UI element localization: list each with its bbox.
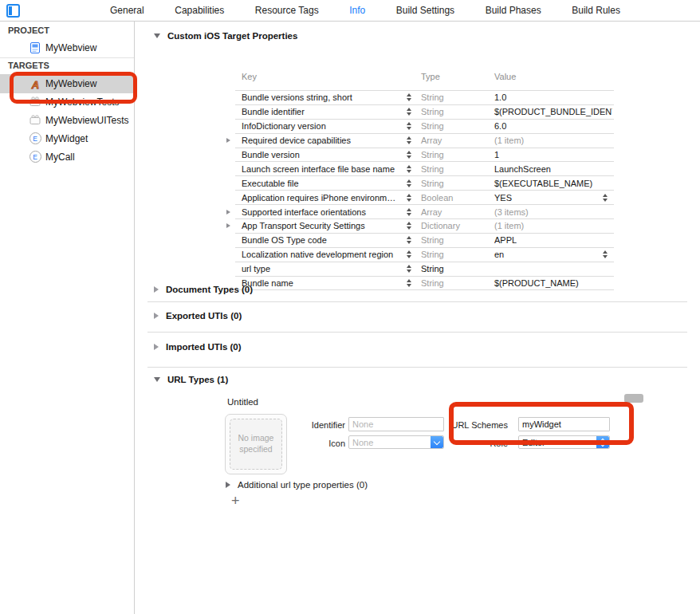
table-row[interactable]: Bundle versionString1	[235, 148, 614, 163]
table-row[interactable]: Required device capabilitiesArray(1 item…	[235, 134, 614, 148]
value-stepper[interactable]	[407, 194, 411, 202]
table-row[interactable]: Application requires iPhone environm…Boo…	[235, 191, 614, 205]
section-document-types[interactable]: Document Types (0)	[154, 285, 253, 294]
table-row[interactable]: Bundle identifierString$(PRODUCT_BUNDLE_…	[235, 105, 614, 120]
additional-label: Additional url type properties (0)	[238, 480, 368, 490]
tab-build-settings[interactable]: Build Settings	[396, 5, 454, 16]
sidebar-item-label: MyWebviewUITests	[45, 115, 128, 126]
xcode-project-editor: { "colors": { "accent_blue": "#157efb", …	[0, 0, 700, 614]
sidebar-item-label: MyWebview	[45, 42, 96, 53]
value-stepper[interactable]	[407, 236, 411, 244]
svg-text:A: A	[30, 78, 38, 90]
disclosure-right-icon	[154, 286, 159, 293]
key-cell: url type	[242, 264, 405, 274]
info-editor-pane: Custom iOS Target Properties Key Type Va…	[135, 22, 700, 614]
table-row[interactable]: Localization native development regionSt…	[235, 248, 614, 262]
sidebar-item-target-mywebview[interactable]: A MyWebview	[0, 74, 134, 93]
add-url-type-button[interactable]: +	[231, 494, 240, 508]
value-cell: en	[494, 250, 612, 259]
project-file-icon	[29, 41, 41, 54]
table-row[interactable]: url typeString	[235, 262, 614, 277]
value-stepper[interactable]	[407, 265, 411, 273]
sidebar-divider	[0, 57, 134, 58]
tab-general[interactable]: General	[110, 5, 144, 16]
tab-bar: GeneralCapabilitiesResource TagsInfoBuil…	[110, 0, 620, 21]
section-divider	[147, 301, 687, 302]
tab-build-phases[interactable]: Build Phases	[486, 5, 541, 16]
identifier-label: Identifier	[278, 420, 345, 430]
tab-info[interactable]: Info	[349, 5, 365, 16]
sidebar-item-label: MyWebviewTests	[45, 96, 119, 108]
sidebar-item-target-mycall[interactable]: E MyCall	[0, 148, 134, 166]
disclosure-right-icon[interactable]	[226, 223, 230, 228]
chevron-up-down-icon	[596, 436, 609, 448]
type-cell: String	[421, 278, 444, 288]
value-stepper[interactable]	[407, 208, 411, 216]
value-stepper[interactable]	[407, 151, 411, 159]
role-dropdown[interactable]: Editor	[518, 435, 610, 449]
value-stepper[interactable]	[407, 136, 411, 144]
sidebar-item-target-mywidget[interactable]: E MyWidget	[0, 129, 134, 148]
section-divider	[147, 332, 687, 333]
navigator-toggle-icon[interactable]	[6, 4, 20, 18]
properties-table: Bundle versions string, shortString1.0Bu…	[235, 90, 614, 290]
table-row[interactable]: Launch screen interface file base nameSt…	[235, 162, 614, 176]
table-row[interactable]: Executable fileString$(EXECUTABLE_NAME)	[235, 176, 614, 191]
role-dropdown-value: Editor	[519, 438, 596, 447]
value-cell: $(PRODUCT_BUNDLE_IDENTI	[494, 107, 612, 116]
value-stepper[interactable]	[407, 222, 411, 230]
table-row[interactable]: Supported interface orientationsArray(3 …	[235, 205, 614, 219]
disclosure-right-icon[interactable]	[226, 210, 230, 215]
type-cell: String	[421, 179, 444, 188]
value-cell: YES	[494, 193, 612, 203]
column-header-type: Type	[421, 72, 440, 81]
table-row[interactable]: Bundle OS Type codeStringAPPL	[235, 234, 614, 248]
value-cell: $(EXECUTABLE_NAME)	[494, 179, 612, 188]
tab-build-rules[interactable]: Build Rules	[572, 5, 620, 16]
section-imported-utis[interactable]: Imported UTIs (0)	[154, 342, 242, 352]
value-cell: $(PRODUCT_NAME)	[494, 278, 612, 288]
test-bundle-icon	[29, 114, 41, 127]
tab-resource-tags[interactable]: Resource Tags	[255, 5, 319, 16]
extension-icon: E	[29, 151, 41, 163]
value-cell: APPL	[494, 235, 612, 245]
sidebar-item-target-mywebviewtests[interactable]: MyWebviewTests	[0, 92, 134, 111]
type-cell: String	[421, 150, 444, 159]
custom-properties-section-header[interactable]: Custom iOS Target Properties	[154, 31, 297, 41]
key-cell: Bundle name	[242, 278, 405, 288]
table-row[interactable]: Bundle nameString$(PRODUCT_NAME)	[235, 277, 614, 291]
table-row[interactable]: Bundle versions string, shortString1.0	[235, 91, 614, 105]
value-stepper[interactable]	[407, 179, 411, 187]
value-stepper[interactable]	[407, 122, 411, 130]
key-cell: Required device capabilities	[242, 136, 405, 145]
value-stepper[interactable]	[407, 279, 411, 287]
sidebar-item-label: MyCall	[45, 152, 75, 163]
key-cell: Executable file	[242, 179, 405, 188]
additional-url-type-properties[interactable]: Additional url type properties (0)	[226, 480, 368, 490]
section-title: URL Types (1)	[167, 375, 228, 384]
type-cell: Dictionary	[421, 221, 460, 230]
disclosure-right-icon[interactable]	[226, 138, 230, 143]
value-stepper[interactable]	[603, 194, 608, 202]
disclosure-right-icon	[154, 313, 159, 319]
value-stepper[interactable]	[407, 165, 411, 173]
section-title: Exported UTIs (0)	[166, 311, 242, 321]
section-exported-utis[interactable]: Exported UTIs (0)	[154, 311, 242, 321]
image-well-placeholder: No image specified	[230, 419, 282, 470]
value-stepper[interactable]	[407, 250, 411, 258]
section-title: Imported UTIs (0)	[166, 342, 242, 352]
tab-capabilities[interactable]: Capabilities	[175, 5, 224, 16]
value-stepper[interactable]	[407, 108, 411, 116]
sidebar-item-target-mywebviewuitests[interactable]: MyWebviewUITests	[0, 111, 134, 129]
column-header-value: Value	[494, 72, 516, 81]
url-schemes-input[interactable]	[518, 417, 610, 431]
type-cell: String	[421, 250, 444, 259]
value-stepper[interactable]	[603, 250, 608, 258]
table-row[interactable]: App Transport Security SettingsDictionar…	[235, 219, 614, 234]
sidebar-item-project-mywebview[interactable]: MyWebview	[0, 38, 134, 57]
url-type-collapse-button[interactable]	[624, 394, 643, 403]
section-url-types[interactable]: URL Types (1)	[154, 375, 228, 384]
value-stepper[interactable]	[407, 93, 411, 101]
table-row[interactable]: InfoDictionary versionString6.0	[235, 120, 614, 134]
icon-label: Icon	[278, 439, 345, 448]
